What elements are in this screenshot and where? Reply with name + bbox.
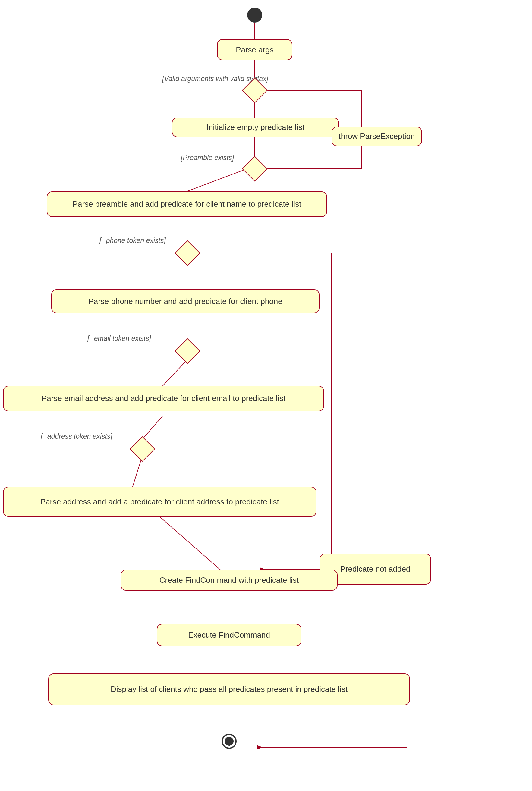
end-node (222, 734, 236, 749)
svg-line-16 (163, 360, 187, 386)
svg-line-8 (187, 169, 247, 191)
display-list-node: Display list of clients who pass all pre… (48, 674, 410, 705)
address-token-label: [--address token exists] (41, 432, 112, 441)
svg-line-19 (142, 416, 163, 440)
throw-parse-node: throw ParseException (331, 127, 422, 146)
diagram-container: Parse args [Valid arguments with valid s… (0, 0, 532, 791)
parse-address-node: Parse address and add a predicate for cl… (3, 487, 317, 517)
start-node (247, 7, 262, 23)
parse-args-node: Parse args (217, 39, 292, 60)
svg-line-20 (133, 458, 142, 487)
svg-line-22 (160, 517, 220, 570)
parse-phone-node: Parse phone number and add predicate for… (51, 289, 320, 313)
parse-preamble-node: Parse preamble and add predicate for cli… (47, 191, 327, 217)
create-findcommand-node: Create FindCommand with predicate list (120, 570, 338, 591)
preamble-exists-label: [Preamble exists] (181, 154, 234, 162)
execute-findcommand-node: Execute FindCommand (157, 624, 301, 647)
email-token-label: [--email token exists] (88, 334, 151, 343)
parse-email-node: Parse email address and add predicate fo… (3, 386, 324, 411)
init-predicate-node: Initialize empty predicate list (172, 117, 339, 137)
phone-token-label: [--phone token exists] (99, 236, 166, 245)
